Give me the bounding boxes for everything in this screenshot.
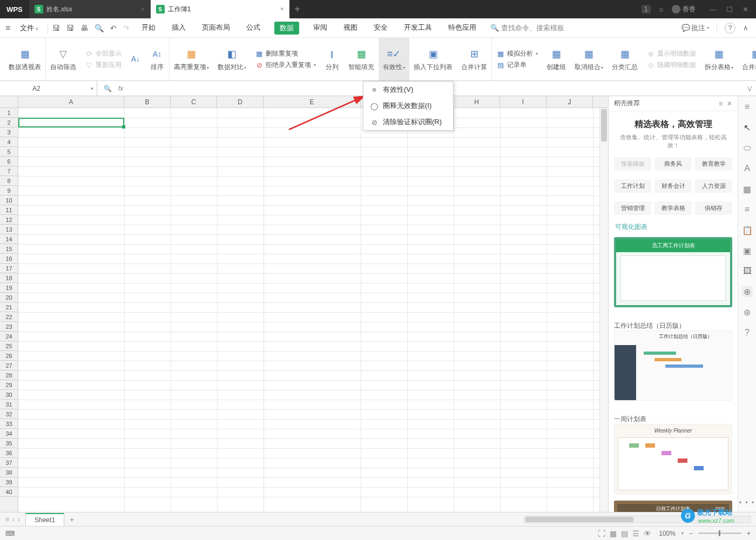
row-header-31[interactable]: 31 [0,400,18,409]
print-preview-icon[interactable]: 🔍 [94,24,104,32]
ribbon-tab-数据[interactable]: 数据 [274,22,299,35]
scrollbar-thumb[interactable] [525,517,633,522]
row-header-40[interactable]: 40 [0,487,18,497]
row-header-33[interactable]: 33 [0,419,18,429]
hamburger-icon[interactable]: ≡ [742,102,753,112]
tag-hr[interactable]: 人力资源 [695,179,732,193]
sheet-prev-icon[interactable]: ‹ [12,516,15,523]
record-form-button[interactable]: ▤记录单 [496,60,538,70]
tag-marketing[interactable]: 营销管理 [614,201,651,215]
row-header-15[interactable]: 15 [0,244,18,254]
ribbon-tab-开始[interactable]: 开始 [139,22,158,35]
layers-icon[interactable]: ▣ [742,245,753,256]
ribbon-tab-审阅[interactable]: 审阅 [311,22,329,35]
normal-view-icon[interactable]: ▦ [610,529,617,538]
consolidate-button[interactable]: ⊞ 合并计算 [457,38,492,80]
text-to-columns-button[interactable]: ⫿ 分列 [320,38,344,80]
maximize-icon[interactable]: ☐ [726,5,733,14]
dropdown-item-validity[interactable]: ≡ 有效性(V) [363,82,453,98]
notification-badge[interactable]: 1 [642,5,651,14]
row-header-32[interactable]: 32 [0,409,18,419]
merge-tables-button[interactable]: ▦ 合并表格▾ [738,38,756,80]
annotate-button[interactable]: 💬 批注 ▾ [681,23,709,33]
fx-icon[interactable]: fx [118,85,123,92]
collapse-ribbon-icon[interactable]: ∧ [743,24,748,32]
row-header-12[interactable]: 12 [0,215,18,225]
hamburger-icon[interactable]: ≡ [0,23,16,33]
row-header-11[interactable]: 11 [0,205,18,215]
row-header-6[interactable]: 6 [0,157,18,166]
file-tab-0[interactable]: S 姓名.xlsx ✕ [29,0,151,18]
file-menu[interactable]: 文件∨ [16,23,43,33]
minimize-icon[interactable]: — [710,5,717,14]
keyboard-icon[interactable]: ⌨ [5,530,15,537]
row-header-29[interactable]: 29 [0,380,18,390]
save-icon[interactable]: 🖫 [52,24,60,32]
show-detail-button[interactable]: ⊕显示明细数据 [646,49,696,58]
help-icon[interactable]: ? [725,23,735,33]
column-header-B[interactable]: B [124,96,171,107]
ribbon-tab-公式[interactable]: 公式 [244,22,262,35]
row-header-28[interactable]: 28 [0,370,18,380]
row-header-5[interactable]: 5 [0,147,18,157]
sheet-next-icon[interactable]: › [18,516,20,523]
panel-close-icon[interactable]: ✕ [727,100,732,107]
template-search[interactable]: 搜索模板 [614,157,651,171]
tag-finance[interactable]: 财务会计 [654,179,692,193]
user-account[interactable]: 香香 [672,5,696,14]
row-header-10[interactable]: 10 [0,195,18,205]
ribbon-tab-安全[interactable]: 安全 [372,22,390,35]
row-header-23[interactable]: 23 [0,322,18,332]
dropdown-item-clear-circles[interactable]: ⊘ 清除验证标识圈(R) [363,114,453,130]
redo-icon[interactable]: ↷ [123,24,130,32]
auto-filter-button[interactable]: ▽ 自动筛选 [46,38,80,80]
scrollbar-thumb[interactable] [601,109,607,141]
fullscreen-icon[interactable]: ⛶ [598,529,605,538]
sheet-list-icon[interactable]: ≡ [5,516,9,523]
tag-work-plan[interactable]: 工作计划 [614,179,651,193]
hide-detail-button[interactable]: ⊖隐藏明细数据 [646,60,696,70]
row-header-17[interactable]: 17 [0,264,18,273]
row-header-19[interactable]: 19 [0,283,18,293]
smart-fill-button[interactable]: ▦ 智能填充 [344,38,379,80]
ribbon-tab-页面布局[interactable]: 页面布局 [200,22,232,35]
sort-asc-button[interactable]: A↓ [126,38,145,80]
template-card-1[interactable]: 工作计划总结（日历版） [614,330,732,401]
row-header-18[interactable]: 18 [0,273,18,283]
download-icon[interactable]: ⊕ [742,286,753,297]
panel-menu-icon[interactable]: ≡ [719,100,723,107]
save-as-icon[interactable]: 🖫 [66,24,74,32]
help-icon[interactable]: ? [742,327,753,338]
column-header-E[interactable]: E [264,96,361,107]
row-header-21[interactable]: 21 [0,302,18,312]
search-fx-icon[interactable]: 🔍 [104,85,112,92]
zoom-level[interactable]: 100% [659,530,676,537]
image-icon[interactable]: 🖼 [742,266,753,276]
row-header-39[interactable]: 39 [0,477,18,487]
row-header-37[interactable]: 37 [0,458,18,468]
vertical-scrollbar[interactable] [599,108,608,512]
insert-dropdown-button[interactable]: ▣ 插入下拉列表 [409,38,457,80]
reading-view-icon[interactable]: ☰ [632,529,639,538]
select-all-corner[interactable] [0,96,18,107]
row-header-16[interactable]: 16 [0,254,18,264]
template-card-0[interactable]: 员工周工作计划表 [614,237,732,307]
row-header-20[interactable]: 20 [0,293,18,302]
horizontal-scrollbar[interactable] [524,516,751,523]
clipboard-icon[interactable]: 📋 [742,225,753,235]
row-header-25[interactable]: 25 [0,341,18,351]
command-search[interactable]: 🔍 查找命令、搜索模板 [490,23,564,33]
page-view-icon[interactable]: ▤ [621,529,628,538]
tag-teaching[interactable]: 教学表格 [654,201,692,215]
cursor-icon[interactable]: ↖ [742,122,753,133]
ribbon-tab-开发工具[interactable]: 开发工具 [402,22,434,35]
name-box[interactable]: A2 ▾ [0,81,97,96]
zoom-in-icon[interactable]: + [747,530,751,537]
shape-icon[interactable]: ⬭ [742,143,753,153]
template-card-3[interactable]: 日程工作计划表 2020 [614,501,732,512]
row-header-1[interactable]: 1 [0,108,18,118]
subtotal-button[interactable]: ▦ 分类汇总 [608,38,642,80]
ribbon-tab-插入[interactable]: 插入 [170,22,188,35]
tag-education[interactable]: 教育教学 [695,157,732,171]
tab-pin-icon[interactable]: ✕ [140,6,145,13]
